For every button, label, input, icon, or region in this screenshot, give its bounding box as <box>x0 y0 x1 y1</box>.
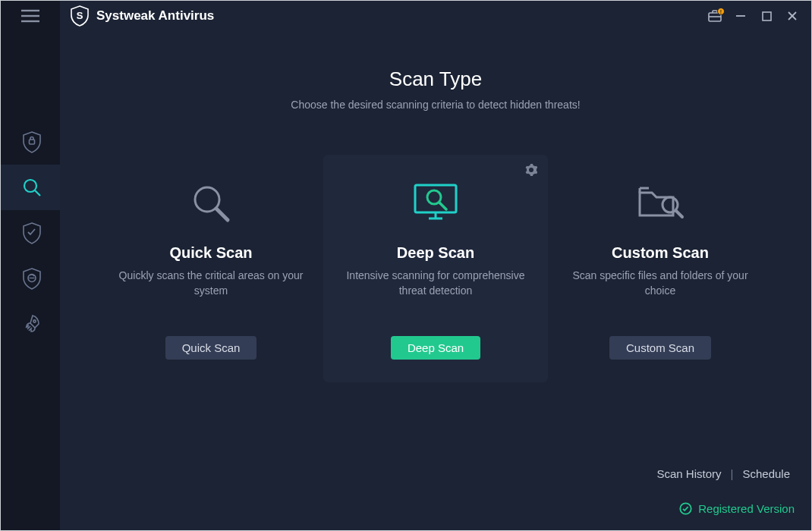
hamburger-menu-button[interactable] <box>1 1 60 31</box>
gear-icon <box>525 164 537 176</box>
custom-scan-icon <box>634 176 687 231</box>
schedule-link[interactable]: Schedule <box>742 467 790 480</box>
card-desc: Quickly scans the critical areas on your… <box>114 268 308 299</box>
svg-line-25 <box>676 211 682 217</box>
sidebar-item-scan[interactable] <box>1 165 60 210</box>
svg-line-16 <box>216 209 228 220</box>
shield-check-icon <box>22 222 42 244</box>
sidebar-item-web[interactable] <box>1 256 60 301</box>
deep-scan-button[interactable]: Deep Scan <box>391 336 480 360</box>
rocket-icon <box>22 313 42 335</box>
card-title: Quick Scan <box>170 244 253 262</box>
page-subtitle: Choose the desired scanning criteria to … <box>74 99 798 111</box>
suitcase-button[interactable]: ! <box>702 5 728 27</box>
search-icon <box>22 178 42 197</box>
svg-line-5 <box>35 190 40 196</box>
app-logo-icon: S <box>71 5 89 27</box>
card-desc: Intensive scanning for comprehensive thr… <box>338 268 533 299</box>
app-title: Systweak Antivirus <box>96 8 214 24</box>
shield-lock-icon <box>22 130 42 153</box>
close-icon <box>787 11 798 21</box>
sidebar-item-optimizer[interactable] <box>1 301 60 347</box>
sidebar <box>1 1 60 530</box>
minimize-icon <box>735 11 746 21</box>
alert-badge: ! <box>717 8 725 15</box>
main-area: S Systweak Antivirus ! Scan Type Choose … <box>60 1 811 530</box>
registered-status: Registered Version <box>679 502 795 515</box>
titlebar: S Systweak Antivirus ! <box>60 1 811 31</box>
card-custom-scan[interactable]: Custom Scan Scan specific files and fold… <box>548 155 773 382</box>
custom-scan-button[interactable]: Custom Scan <box>609 336 711 360</box>
minimize-button[interactable] <box>728 5 754 27</box>
maximize-icon <box>762 11 772 21</box>
deep-scan-icon <box>409 176 462 231</box>
content-area: Scan Type Choose the desired scanning cr… <box>60 31 811 530</box>
svg-text:S: S <box>77 10 83 21</box>
card-title: Deep Scan <box>397 244 474 262</box>
sidebar-spacer <box>1 31 60 119</box>
card-quick-scan[interactable]: Quick Scan Quickly scans the critical ar… <box>99 155 323 382</box>
deep-scan-settings-button[interactable] <box>525 164 537 176</box>
registered-label: Registered Version <box>698 502 795 515</box>
svg-rect-12 <box>763 12 771 20</box>
card-deep-scan[interactable]: Deep Scan Intensive scanning for compreh… <box>323 155 548 382</box>
page-title: Scan Type <box>74 68 798 91</box>
app-window: S Systweak Antivirus ! Scan Type Choose … <box>0 0 812 531</box>
card-title: Custom Scan <box>612 244 709 262</box>
svg-point-4 <box>24 180 36 192</box>
quick-scan-button[interactable]: Quick Scan <box>165 336 257 360</box>
scan-cards-row: Quick Scan Quickly scans the critical ar… <box>74 155 798 382</box>
footer-divider: | <box>731 467 734 480</box>
card-desc: Scan specific files and folders of your … <box>563 268 757 299</box>
close-button[interactable] <box>779 5 805 27</box>
sidebar-item-protection[interactable] <box>1 119 60 165</box>
hamburger-icon <box>21 9 39 23</box>
shield-e-icon <box>22 267 42 290</box>
footer-links: Scan History | Schedule <box>657 467 791 480</box>
check-circle-icon <box>679 502 692 515</box>
sidebar-item-realtime[interactable] <box>1 210 60 256</box>
svg-line-21 <box>439 203 446 209</box>
maximize-button[interactable] <box>754 5 779 27</box>
svg-rect-17 <box>415 185 456 212</box>
svg-rect-3 <box>29 140 34 144</box>
quick-scan-icon <box>190 176 232 231</box>
scan-history-link[interactable]: Scan History <box>657 467 722 480</box>
svg-point-7 <box>33 320 35 322</box>
